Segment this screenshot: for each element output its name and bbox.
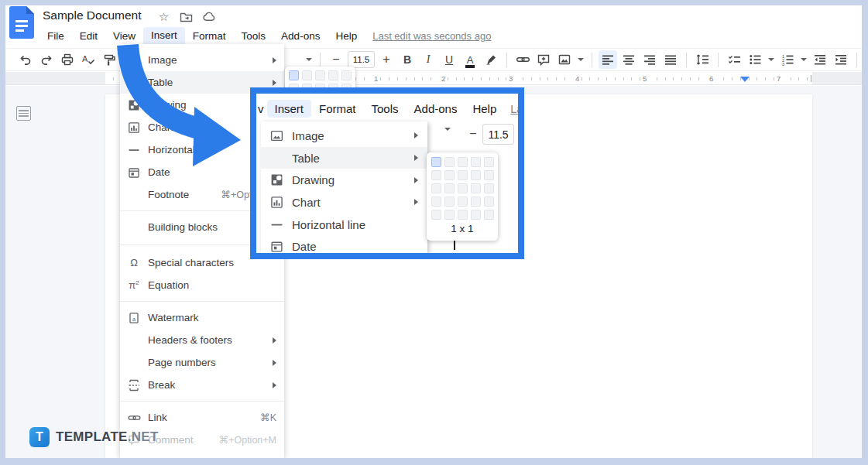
table-grid-cell[interactable] — [471, 210, 481, 220]
table-grid-cell[interactable] — [484, 183, 494, 193]
table-grid-cell[interactable] — [471, 157, 481, 167]
table-grid-cell[interactable] — [444, 210, 455, 220]
underline-button[interactable]: U — [440, 50, 458, 69]
indent-marker[interactable] — [740, 77, 750, 82]
google-docs-icon[interactable] — [9, 6, 34, 39]
table-grid-cell[interactable] — [431, 170, 441, 180]
table-grid-cell[interactable] — [458, 197, 468, 207]
callout-menu-item-date[interactable]: Date — [261, 235, 427, 253]
callout-menu-item-horizontal-line[interactable]: Horizontal line — [261, 214, 427, 236]
document-title[interactable]: Sample Document — [43, 9, 142, 22]
cloud-saved-icon[interactable] — [202, 10, 215, 23]
insert-link-button[interactable] — [513, 50, 532, 69]
table-grid-cell[interactable] — [484, 210, 494, 220]
menu-edit[interactable]: Edit — [72, 29, 105, 43]
table-grid-cell[interactable] — [328, 70, 338, 80]
callout-menu-help[interactable]: Help — [465, 100, 504, 118]
callout-menu-item-chart[interactable]: Chart — [261, 191, 427, 214]
menu-item-headers-footers[interactable]: Headers & footers — [120, 329, 284, 351]
line-spacing-button[interactable] — [693, 50, 712, 69]
callout-menu-item-image[interactable]: Image — [261, 125, 427, 147]
decrease-indent-button[interactable] — [811, 50, 829, 69]
text-color-button[interactable]: A — [461, 50, 479, 69]
last-edit-link[interactable]: Last edit was seconds ago — [372, 30, 491, 42]
table-grid-cell[interactable] — [458, 157, 468, 167]
print-button[interactable] — [58, 50, 77, 69]
numbered-list-caret[interactable] — [799, 50, 808, 69]
menu-item-watermark[interactable]: a Watermark — [120, 306, 284, 329]
callout-last-edit-link[interactable]: Last edit was seconds ago — [510, 103, 518, 115]
insert-comment-button[interactable] — [534, 50, 553, 69]
table-grid-cell[interactable] — [444, 197, 455, 207]
table-grid-cell[interactable] — [471, 183, 481, 193]
justify-button[interactable] — [661, 50, 680, 69]
highlight-color-button[interactable] — [482, 50, 500, 69]
table-grid-cell[interactable] — [471, 197, 481, 207]
menu-format[interactable]: Format — [185, 29, 234, 43]
checklist-button[interactable] — [725, 50, 743, 69]
table-grid-cell[interactable] — [302, 70, 312, 80]
callout-menu-tools[interactable]: Tools — [364, 100, 407, 118]
table-grid-cell[interactable] — [484, 157, 494, 167]
menu-item-break[interactable]: Break — [120, 374, 284, 396]
table-grid-cell[interactable] — [341, 70, 352, 80]
bulleted-list-caret[interactable] — [767, 50, 776, 69]
callout-menu-bar: v Insert Format Tools Add-ons Help Last … — [258, 100, 518, 118]
document-outline-icon[interactable] — [16, 106, 31, 121]
increase-font-size-button[interactable]: + — [377, 50, 396, 69]
callout-decrease-font-button[interactable]: − — [465, 125, 481, 143]
menu-insert[interactable]: Insert — [143, 27, 185, 44]
callout-menu-item-table[interactable]: Table — [261, 147, 427, 169]
redo-button[interactable] — [37, 50, 56, 69]
undo-button[interactable] — [16, 50, 35, 69]
table-grid-cell[interactable] — [431, 183, 441, 193]
ruler-number: 3 — [506, 74, 515, 83]
table-grid-cell[interactable] — [431, 210, 441, 220]
table-grid-cell[interactable] — [431, 157, 441, 167]
date-icon — [120, 166, 148, 179]
table-grid-cell[interactable] — [484, 197, 494, 207]
callout-menu-format[interactable]: Format — [311, 100, 364, 118]
italic-button[interactable]: I — [419, 50, 437, 69]
table-grid-cell[interactable] — [444, 170, 455, 180]
insert-image-button[interactable] — [555, 50, 574, 69]
insert-image-caret[interactable] — [576, 50, 585, 69]
menu-item-equation[interactable]: π2 Equation — [120, 274, 284, 296]
paint-format-button[interactable] — [100, 50, 118, 69]
menu-item-page-numbers[interactable]: Page numbers — [120, 351, 284, 374]
table-grid-cell[interactable] — [289, 70, 299, 80]
bold-button[interactable]: B — [398, 50, 417, 69]
callout-menu-item-drawing[interactable]: Drawing — [261, 169, 427, 191]
align-center-button[interactable] — [619, 50, 638, 69]
callout-font-size-input[interactable]: 11.5 — [482, 124, 514, 145]
move-folder-icon[interactable] — [180, 10, 193, 23]
numbered-list-button[interactable]: 123 — [778, 50, 797, 69]
table-grid-cell[interactable] — [431, 197, 441, 207]
table-grid-cell[interactable] — [471, 170, 481, 180]
callout-menu-insert[interactable]: Insert — [267, 100, 312, 118]
table-grid-cell[interactable] — [458, 183, 468, 193]
table-grid-cell[interactable] — [484, 170, 494, 180]
menu-view[interactable]: View — [105, 29, 143, 43]
menu-item-image[interactable]: Image — [120, 49, 284, 71]
increase-indent-button[interactable] — [832, 50, 850, 69]
spellcheck-button[interactable]: A — [79, 50, 98, 69]
align-left-button[interactable] — [599, 50, 617, 69]
menu-file[interactable]: File — [39, 29, 72, 43]
menu-addons[interactable]: Add-ons — [273, 29, 328, 43]
table-grid-cell[interactable] — [315, 70, 325, 80]
menu-item-link[interactable]: Link ⌘K — [120, 406, 284, 429]
table-grid-cell[interactable] — [444, 183, 455, 193]
menu-tools[interactable]: Tools — [234, 29, 274, 43]
table-grid-cell[interactable] — [458, 170, 468, 180]
menu-help[interactable]: Help — [328, 29, 365, 43]
font-size-input[interactable]: 11.5 — [348, 51, 375, 68]
star-icon[interactable]: ☆ — [157, 10, 170, 23]
submenu-arrow — [414, 132, 418, 138]
align-right-button[interactable] — [640, 50, 659, 69]
table-grid-cell[interactable] — [444, 157, 455, 167]
bulleted-list-button[interactable] — [746, 50, 764, 69]
callout-font-caret[interactable] — [444, 131, 451, 145]
callout-menu-addons[interactable]: Add-ons — [407, 100, 465, 118]
table-grid-cell[interactable] — [458, 210, 468, 220]
